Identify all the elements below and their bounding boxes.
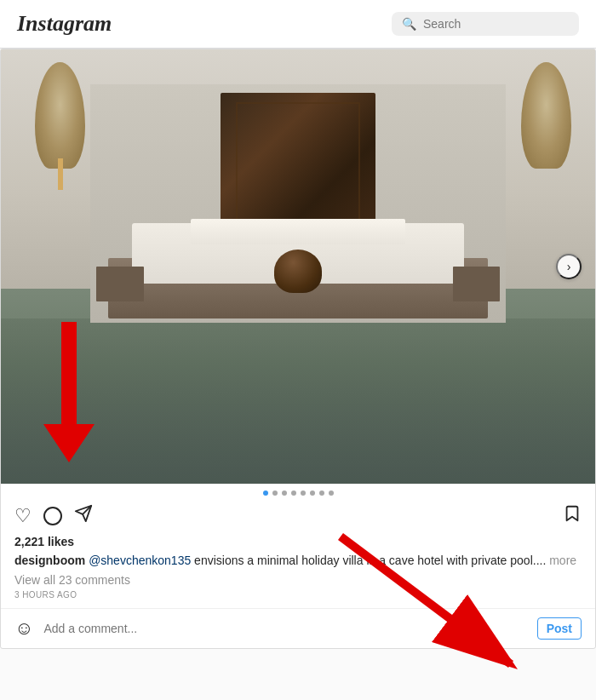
- dot-4: [291, 491, 296, 496]
- dot-2: [272, 491, 278, 496]
- comment-input[interactable]: [43, 622, 526, 635]
- search-icon: 🔍: [402, 17, 416, 31]
- post-image: ›: [1, 49, 595, 484]
- post-timestamp: 3 HOURS AGO: [14, 590, 582, 600]
- dot-7: [319, 491, 324, 496]
- post-content: 2,221 likes designboom @shevchenkon135 e…: [1, 535, 595, 600]
- next-image-button[interactable]: ›: [556, 254, 582, 279]
- search-container[interactable]: 🔍: [392, 12, 579, 36]
- chevron-right-icon: ›: [567, 260, 571, 273]
- dot-3: [282, 491, 287, 496]
- likes-count: 2,221 likes: [14, 535, 582, 548]
- view-comments-link[interactable]: View all 23 comments: [14, 573, 582, 587]
- img-table-right: [453, 267, 501, 301]
- img-lamp-shade-right: [521, 62, 571, 169]
- dot-5: [301, 491, 306, 496]
- img-lamp-left: [25, 62, 96, 215]
- post-caption: designboom @shevchenkon135 envisions a m…: [14, 552, 582, 570]
- dot-6: [310, 491, 315, 496]
- img-pillow: [191, 219, 404, 245]
- image-dots-indicator: [1, 484, 595, 501]
- dot-1: [263, 491, 268, 496]
- post: › ♡: [0, 49, 596, 649]
- header: Instagram 🔍: [0, 0, 596, 49]
- post-image-canvas: [1, 49, 595, 484]
- post-caption-text: envisions a minimal holiday villa in a c…: [194, 554, 546, 567]
- img-pool: [1, 318, 595, 484]
- comment-box: ☺ Post: [1, 608, 595, 648]
- comment-button[interactable]: [43, 507, 62, 525]
- share-button[interactable]: [74, 504, 93, 528]
- action-bar: ♡: [1, 501, 595, 535]
- instagram-logo: Instagram: [17, 11, 112, 37]
- action-icons-left: ♡: [14, 504, 93, 528]
- bookmark-button[interactable]: [563, 504, 582, 528]
- search-input[interactable]: [423, 17, 569, 31]
- img-table-left: [96, 267, 144, 301]
- post-mention[interactable]: @shevchenkon135: [89, 554, 191, 567]
- post-username[interactable]: designboom: [14, 554, 85, 567]
- like-button[interactable]: ♡: [14, 505, 32, 527]
- dot-8: [329, 491, 334, 496]
- post-comment-button[interactable]: Post: [537, 617, 582, 640]
- emoji-button[interactable]: ☺: [14, 617, 33, 640]
- img-lamp-shade-left: [35, 62, 85, 169]
- img-lamp-right: [500, 62, 571, 215]
- img-vase: [274, 250, 322, 293]
- post-more-link[interactable]: more: [549, 554, 576, 567]
